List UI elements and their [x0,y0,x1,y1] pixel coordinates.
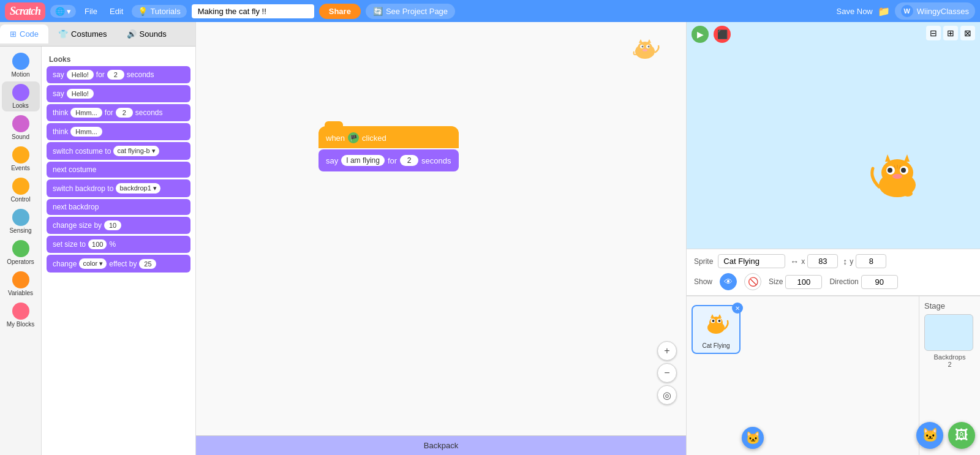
category-sound[interactable]: Sound [2,113,40,143]
tutorials-icon: 💡 [138,7,148,16]
green-flag-button[interactable]: ▶ [692,26,709,43]
variables-label: Variables [8,290,33,296]
zoom-out-button[interactable]: − [657,363,677,383]
when-flag-clicked-block[interactable]: when 🏴 clicked [318,126,459,148]
zoom-reset-button[interactable]: ◎ [657,385,677,405]
stage-small-button[interactable]: ⊟ [926,26,941,40]
variables-circle [12,271,29,288]
tutorials-button[interactable]: 💡 Tutorials [132,5,186,18]
backpack-bar[interactable]: Backpack [196,435,686,455]
edit-menu[interactable]: Edit [106,5,127,18]
x-axis-icon: ↔ [790,257,799,266]
tab-code[interactable]: ⊞ Code [0,24,48,43]
sprite-props-row: Show 👁 🚫 Size Direction [694,273,973,290]
block-change-effect[interactable]: change color ▾ effect by 25 [47,255,190,273]
show-visible-button[interactable]: 👁 [720,273,737,290]
sprite-name-input[interactable] [718,254,785,268]
sprite-label: Sprite [694,257,713,266]
sound-circle [12,115,29,132]
say-duration-input[interactable]: 2 [400,155,418,166]
svg-point-6 [643,49,647,51]
x-input[interactable] [807,254,838,268]
scratch-logo[interactable]: Scratch [5,2,45,20]
globe-button[interactable]: 🌐 ▾ [50,5,76,18]
category-operators[interactable]: Operators [2,238,40,268]
add-sprite-button[interactable]: 🐱 [742,427,764,449]
block-think-hmm-secs[interactable]: think Hmm... for 2 seconds [47,104,190,121]
sound-label: Sound [12,133,29,140]
stage-side-title: Stage [924,301,975,310]
y-input[interactable] [856,254,886,268]
sprite-delete-button[interactable]: ✕ [732,303,743,314]
svg-point-26 [712,320,715,322]
see-project-button[interactable]: 🔄 See Project Page [366,4,455,19]
say-text-input[interactable]: I am flying [341,155,385,166]
file-menu[interactable]: File [81,5,101,18]
motion-circle [12,53,29,70]
category-looks[interactable]: Looks [2,81,40,111]
code-stack: when 🏴 clicked say I am flying for 2 sec… [318,126,459,171]
category-my-blocks[interactable]: My Blocks [2,300,40,330]
add-backdrop-button[interactable]: 🖼 [948,422,975,449]
tab-sounds[interactable]: 🔊 Sounds [117,24,176,43]
category-variables[interactable]: Variables [2,269,40,299]
svg-point-4 [642,46,644,48]
show-hidden-button[interactable]: 🚫 [744,273,761,290]
svg-point-13 [901,168,906,173]
project-title-input[interactable] [192,4,314,18]
globe-icon: 🌐 [55,7,65,16]
block-next-costume[interactable]: next costume [47,162,190,178]
zoom-in-button[interactable]: + [657,341,677,361]
scratch-logo-text: Scratch [10,5,40,17]
category-motion[interactable]: Motion [2,50,40,80]
block-say-hello-secs[interactable]: say Hello! for 2 seconds [47,66,190,83]
direction-label: Direction [829,277,858,286]
refresh-icon: 🔄 [373,7,383,16]
svg-point-15 [892,174,902,179]
sprite-thumb-cat-icon [701,310,731,341]
block-change-size[interactable]: change size by 10 [47,217,190,234]
control-circle [12,178,29,195]
block-think-hmm[interactable]: think Hmm... [47,123,190,140]
y-axis-icon: ↕ [843,257,847,266]
block-say-hello[interactable]: say Hello! [47,85,190,102]
when-label: when [326,133,345,143]
backdrops-label: Backdrops [934,353,966,361]
topbar-right: Save Now 📁 W WiingyClasses [837,2,976,20]
block-next-backdrop[interactable]: next backdrop [47,199,190,215]
svg-point-23 [709,317,723,329]
block-switch-costume[interactable]: switch costume to cat flying-b ▾ [47,142,190,160]
user-badge[interactable]: W WiingyClasses [895,2,975,20]
stage-fullscreen-button[interactable]: ⊠ [960,26,975,40]
say-flying-block[interactable]: say I am flying for 2 seconds [318,149,459,171]
folder-icon[interactable]: 📁 [878,6,890,17]
category-control[interactable]: Control [2,175,40,205]
save-now-button[interactable]: Save Now [837,7,873,16]
add-sprite-cat-button[interactable]: 🐱 [916,422,943,449]
block-switch-backdrop[interactable]: switch backdrop to backdrop1 ▾ [47,179,190,197]
backpack-label: Backpack [424,441,458,450]
stage-normal-button[interactable]: ⊞ [943,26,958,40]
backdrop-add-icon: 🖼 [955,427,968,443]
direction-input[interactable] [861,275,898,289]
script-area-cat [628,34,662,67]
size-input[interactable] [785,275,822,289]
block-set-size[interactable]: set size to 100 % [47,236,190,253]
share-button[interactable]: Share [319,4,361,19]
tab-costumes[interactable]: 👕 Costumes [48,24,117,43]
direction-group: Direction [829,275,897,289]
code-tab-label: Code [20,29,39,39]
sensing-label: Sensing [9,227,31,234]
stage-thumbnail[interactable] [924,314,973,351]
category-events[interactable]: Events [2,144,40,174]
seconds-label: seconds [421,156,451,165]
category-sensing[interactable]: Sensing [2,206,40,236]
svg-marker-29 [718,314,722,318]
cat-flying-sprite-thumb[interactable]: ✕ Cat F [692,305,741,354]
script-area[interactable]: when 🏴 clicked say I am flying for 2 sec… [196,22,686,435]
cat-add-icon: 🐱 [922,427,938,443]
blocks-panel: ⊞ Code 👕 Costumes 🔊 Sounds Motion [0,22,196,455]
center-panel: when 🏴 clicked say I am flying for 2 sec… [196,22,686,455]
sprite-info-row: Sprite ↔ x ↕ y [694,254,973,268]
stop-button[interactable]: ⬛ [714,26,731,43]
